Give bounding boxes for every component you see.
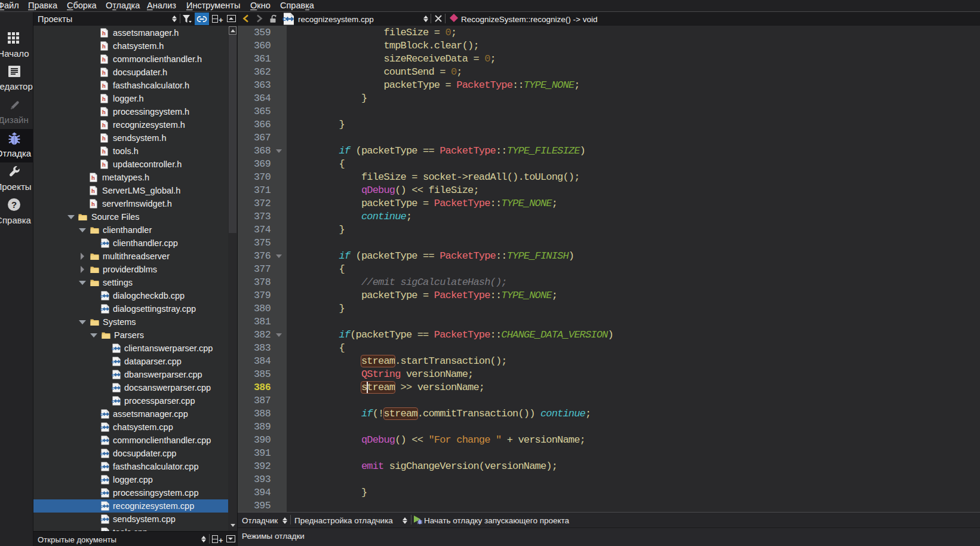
- svg-text:h: h: [102, 30, 106, 36]
- svg-text:h: h: [102, 56, 106, 63]
- svg-text:h: h: [91, 174, 95, 181]
- svg-text:h: h: [102, 69, 106, 76]
- svg-text:h: h: [102, 43, 106, 50]
- svg-text:h: h: [102, 109, 106, 115]
- svg-text:h: h: [102, 148, 106, 155]
- svg-text:h: h: [91, 188, 95, 194]
- svg-text:h: h: [102, 135, 106, 142]
- svg-text:h: h: [102, 122, 106, 128]
- svg-text:h: h: [102, 82, 106, 89]
- svg-text:h: h: [91, 201, 95, 207]
- svg-text:h: h: [102, 161, 106, 168]
- svg-text:h: h: [102, 96, 106, 102]
